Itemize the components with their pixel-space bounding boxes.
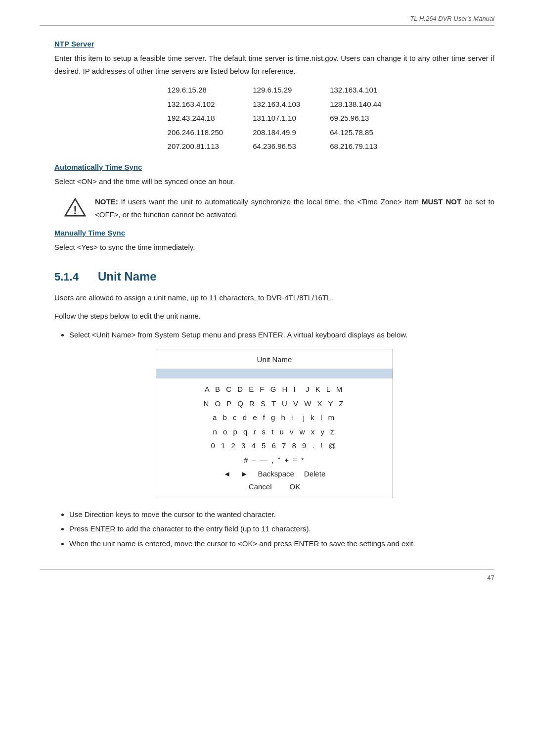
- step-2: Use Direction keys to move the cursor to…: [69, 508, 494, 521]
- nav-right-arrow: ►: [241, 467, 248, 481]
- keyboard-row-2: N O P Q R S T U V W X Y Z: [171, 397, 378, 411]
- step-3: Press ENTER to add the character to the …: [69, 522, 494, 535]
- nav-delete: Delete: [304, 467, 325, 481]
- keyboard-title: Unit Name: [171, 355, 378, 364]
- auto-time-sync-heading[interactable]: Automatically Time Sync: [54, 163, 142, 171]
- unit-name-paragraph1: Users are allowed to assign a unit name,…: [54, 291, 494, 304]
- note-box: ! NOTE: If users want the unit to automa…: [64, 195, 494, 221]
- nav-left-arrow: ◄: [223, 467, 231, 481]
- nav-backspace: Backspace: [258, 467, 294, 481]
- note-label: NOTE:: [95, 197, 118, 206]
- note-content: NOTE: If users want the unit to automati…: [95, 195, 494, 221]
- keyboard-diagram: Unit Name A B C D E F G H I J K L M N O …: [54, 349, 494, 498]
- keyboard-row-6: # – — , " + = *: [171, 453, 378, 468]
- ip-col-2: 129.6.15.29 132.163.4.103 131.107.1.10 2…: [253, 83, 300, 154]
- ntp-server-paragraph: Enter this item to setup a feasible time…: [54, 52, 494, 77]
- auto-time-sync-paragraph: Select <ON> and the time will be synced …: [54, 175, 494, 188]
- ntp-server-section: NTP Server Enter this item to setup a fe…: [54, 40, 494, 154]
- step-1: Select <Unit Name> from System Setup men…: [69, 329, 494, 341]
- keyboard-row-4: n o p q r s t u v w x y z: [171, 425, 378, 439]
- ip-address-table: 129.6.15.28 132.163.4.102 192.43.244.18 …: [54, 83, 494, 154]
- keyboard-row-1: A B C D E F G H I J K L M: [171, 382, 378, 397]
- nav-ok: OK: [290, 482, 301, 491]
- manually-time-sync-heading[interactable]: Manually Time Sync: [54, 229, 125, 237]
- nav-cancel: Cancel: [249, 482, 272, 491]
- keyboard-row-3: a b c d e f g h i j k l m: [171, 411, 378, 425]
- keyboard-cancel-row: Cancel OK: [171, 482, 378, 491]
- ntp-server-heading[interactable]: NTP Server: [54, 40, 94, 48]
- auto-time-sync-section: Automatically Time Sync Select <ON> and …: [54, 163, 494, 221]
- section-number: 5.1.4: [54, 271, 89, 284]
- manually-time-sync-paragraph: Select <Yes> to sync the time immediatel…: [54, 241, 494, 254]
- ip-col-3: 132.163.4.101 128.138.140.44 69.25.96.13…: [330, 83, 381, 154]
- unit-name-paragraph2: Follow the steps below to edit the unit …: [54, 310, 494, 323]
- unit-name-steps: Select <Unit Name> from System Setup men…: [54, 329, 494, 341]
- must-not-text: MUST NOT: [422, 197, 461, 206]
- svg-text:!: !: [73, 203, 77, 217]
- ip-col-1: 129.6.15.28 132.163.4.102 192.43.244.18 …: [168, 83, 223, 154]
- page-header-title: TL H.264 DVR User's Manual: [410, 15, 494, 22]
- step-4: When the unit name is entered, move the …: [69, 537, 494, 550]
- dvr-model: DVR-4TL/8TL/16TL: [267, 293, 331, 302]
- keyboard-row-5: 0 1 2 3 4 5 6 7 8 9 . ! @: [171, 439, 378, 453]
- page-number: 47: [488, 574, 494, 581]
- warning-icon: !: [64, 196, 86, 218]
- unit-name-steps-2: Use Direction keys to move the cursor to…: [54, 508, 494, 550]
- keyboard-nav-row: ◄ ► Backspace Delete: [171, 467, 378, 481]
- manually-time-sync-section: Manually Time Sync Select <Yes> to sync …: [54, 229, 494, 254]
- section-title: Unit Name: [98, 270, 157, 284]
- section-514: 5.1.4 Unit Name Users are allowed to ass…: [54, 270, 494, 550]
